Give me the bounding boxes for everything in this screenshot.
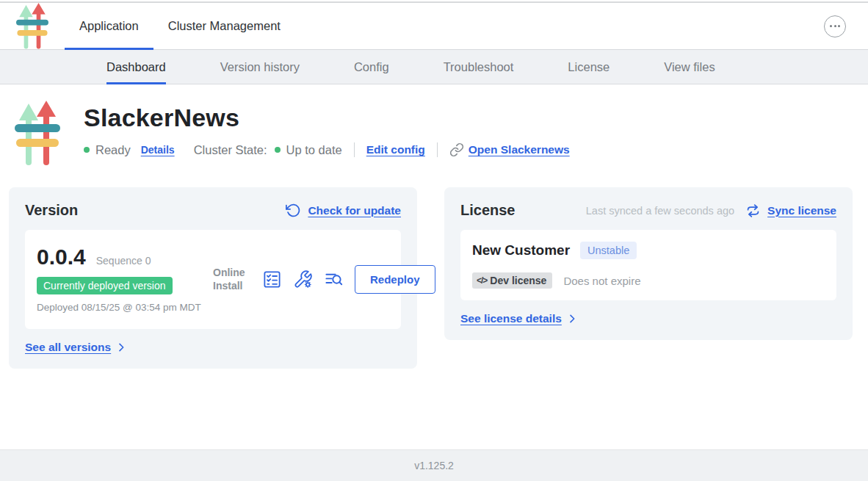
- sync-license-link[interactable]: Sync license: [767, 204, 836, 217]
- ellipsis-menu-icon: [838, 25, 840, 27]
- app-header: SlackerNews Ready Details Cluster State:…: [0, 84, 868, 187]
- refresh-icon: [286, 203, 301, 218]
- redeploy-button[interactable]: Redeploy: [355, 265, 435, 294]
- link-chain-icon: [449, 142, 464, 157]
- sequence-label: Sequence 0: [96, 255, 151, 267]
- sync-arrows-icon: [745, 203, 761, 218]
- tab-application[interactable]: Application: [65, 3, 153, 49]
- app-ready-label: Ready: [95, 143, 131, 157]
- view-files-search-icon[interactable]: [324, 270, 344, 289]
- deployed-status-badge: Currently deployed version: [37, 277, 173, 294]
- dashboard-cards: Version Check for update 0.0.4 Sequence …: [0, 187, 868, 369]
- code-icon: </>: [477, 275, 487, 286]
- divider: [437, 142, 438, 157]
- license-card: License Last synced a few seconds ago Sy…: [444, 187, 853, 340]
- chevron-right-icon: [566, 313, 578, 325]
- console-version-label: v1.125.2: [414, 460, 454, 471]
- subnav-license[interactable]: License: [568, 50, 610, 84]
- preflight-checklist-icon[interactable]: [262, 270, 282, 289]
- overflow-menu-button[interactable]: [824, 15, 846, 37]
- current-version-panel: 0.0.4 Sequence 0 Currently deployed vers…: [25, 230, 401, 329]
- ellipsis-menu-icon: [830, 25, 832, 27]
- install-type-label: Online Install: [213, 267, 251, 292]
- edit-config-link[interactable]: Edit config: [366, 143, 425, 156]
- open-app-link[interactable]: Open Slackernews: [449, 142, 570, 157]
- license-card-title: License: [460, 202, 515, 219]
- divider: [354, 142, 355, 157]
- status-details-link[interactable]: Details: [141, 144, 175, 156]
- chevron-right-icon: [115, 341, 127, 353]
- slackernews-logo-icon: [16, 3, 48, 48]
- channel-badge: Unstable: [580, 242, 637, 259]
- license-type-tag: </> Dev license: [472, 272, 552, 289]
- subnav-view-files[interactable]: View files: [664, 50, 715, 84]
- license-summary-panel: New Customer Unstable </> Dev license Do…: [460, 230, 836, 300]
- ellipsis-menu-icon: [834, 25, 836, 27]
- license-type-label: Dev license: [490, 275, 546, 286]
- check-for-update-link[interactable]: Check for update: [308, 204, 401, 217]
- top-tabs: Application Cluster Management: [65, 3, 295, 49]
- subnav-dashboard[interactable]: Dashboard: [106, 50, 166, 84]
- customer-name: New Customer: [472, 242, 570, 258]
- config-wrench-icon[interactable]: [293, 270, 313, 289]
- see-all-versions-link[interactable]: See all versions: [25, 341, 111, 354]
- app-logo: [15, 101, 60, 165]
- open-app-label: Open Slackernews: [469, 143, 570, 156]
- page-title: SlackerNews: [84, 104, 570, 132]
- subnav-version-history[interactable]: Version history: [220, 50, 300, 84]
- last-synced-label: Last synced a few seconds ago: [586, 205, 734, 217]
- footer: v1.125.2: [0, 449, 868, 481]
- see-license-details-link[interactable]: See license details: [460, 312, 562, 325]
- cluster-state-dot: [275, 147, 281, 153]
- version-card-title: Version: [25, 202, 78, 219]
- subnav-troubleshoot[interactable]: Troubleshoot: [444, 50, 514, 84]
- deployed-timestamp: Deployed 08/15/25 @ 03:54 pm MDT: [37, 301, 204, 314]
- license-expiry: Does not expire: [563, 275, 640, 287]
- version-card: Version Check for update 0.0.4 Sequence …: [9, 187, 417, 369]
- version-number: 0.0.4: [37, 245, 86, 270]
- cluster-state-value: Up to date: [286, 143, 342, 157]
- top-nav-bar: Application Cluster Management: [0, 1, 868, 50]
- tab-cluster-management[interactable]: Cluster Management: [153, 3, 295, 49]
- app-ready-status-dot: [84, 147, 90, 153]
- app-status-row: Ready Details Cluster State: Up to date …: [84, 142, 570, 157]
- subnav-config[interactable]: Config: [354, 50, 389, 84]
- cluster-state-label: Cluster State:: [194, 143, 267, 157]
- app-sub-nav: Dashboard Version history Config Trouble…: [0, 50, 868, 84]
